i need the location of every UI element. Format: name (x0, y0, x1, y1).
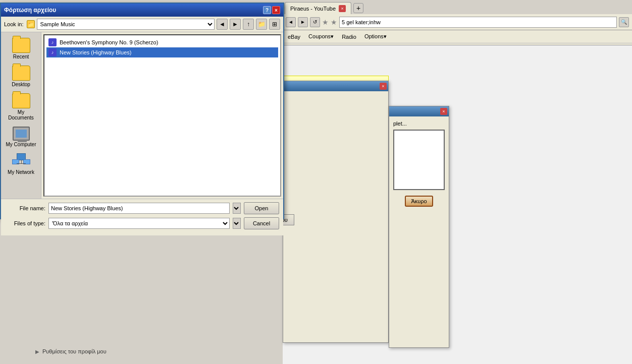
dialog-footer: File name: Open Files of type: 'Όλα τα α… (1, 199, 283, 235)
address-input[interactable] (339, 17, 617, 28)
refresh-button[interactable]: ↺ (310, 17, 320, 27)
open-button[interactable]: Open (244, 202, 279, 214)
filename-label: File name: (5, 205, 45, 211)
view-button[interactable]: ⊞ (269, 19, 280, 30)
sidebar-documents-label: My Documents (5, 109, 37, 120)
plet-textarea[interactable] (393, 130, 445, 190)
third-dialog: × plet... Άκυρο (389, 106, 449, 348)
bookmark-options[interactable]: Options▾ (362, 33, 389, 40)
sidebar-computer-label: My Computer (6, 142, 36, 147)
network-icon (12, 153, 30, 168)
nav-up-button[interactable]: ↑ (243, 19, 254, 30)
plet-label: plet... (393, 120, 445, 127)
browser-tabs: Piraeus - YouTube × + (283, 0, 632, 14)
file-open-dialog: Φόρτωση αρχείου ? × Look in: 📁 Sample Mu… (0, 3, 284, 219)
sidebar-recent-label: Recent (13, 54, 29, 59)
music-icon-new-stories: ♪ (48, 48, 57, 56)
favorite-icon: ★ (322, 18, 329, 26)
dialog-title: Φόρτωση αρχείου (4, 7, 56, 14)
desktop-folder-icon (12, 66, 30, 81)
sidebar-item-documents[interactable]: My Documents (4, 92, 39, 122)
filetype-dropdown[interactable] (233, 218, 241, 229)
tab-close-button[interactable]: × (339, 5, 346, 12)
sidebar-item-recent[interactable]: Recent (4, 36, 39, 61)
third-dialog-titlebar: × (389, 106, 449, 116)
browser-tab-active[interactable]: Piraeus - YouTube × (285, 2, 351, 14)
lookin-folder-icon: 📁 (27, 20, 35, 28)
favorite2-icon: ★ (331, 18, 337, 26)
new-folder-button[interactable]: 📁 (256, 19, 267, 30)
bookmark-radio[interactable]: Radio (340, 33, 358, 40)
filetype-row: Files of type: 'Όλα τα αρχεία Cancel (5, 217, 279, 229)
browser-addressbar: ◄ ► ↺ ★ ★ 🔍 (283, 14, 632, 30)
sidebar-network-label: My Network (8, 169, 34, 175)
computer-icon (13, 127, 30, 141)
secondary-dialog-content (283, 91, 388, 99)
dialog-toolbar: Look in: 📁 Sample Music ◄ ► ↑ 📁 ⊞ (1, 17, 283, 32)
bookmark-coupons[interactable]: Coupons▾ (306, 33, 336, 40)
file-list[interactable]: ♪ Beethoven's Symphony No. 9 (Scherzo) ♪… (43, 34, 281, 197)
file-name-beethoven: Beethoven's Symphony No. 9 (Scherzo) (60, 39, 158, 45)
music-icon-beethoven: ♪ (48, 38, 57, 46)
third-cancel-button[interactable]: Άκυρο (405, 196, 433, 207)
file-dialog-titlebar: Φόρτωση αρχείου ? × (1, 4, 283, 17)
third-dialog-content: plet... Άκυρο (389, 116, 449, 211)
documents-folder-icon (12, 93, 30, 108)
new-tab-button[interactable]: + (353, 3, 363, 13)
tab-label: Piraeus - YouTube (290, 6, 336, 12)
third-dialog-close-button[interactable]: × (440, 108, 447, 115)
filename-row: File name: Open (5, 202, 279, 214)
profile-label: Ρυθμίσεις του προφίλ μου (42, 348, 107, 354)
sidebar-item-desktop[interactable]: Desktop (4, 64, 39, 89)
profile-arrow-icon: ▶ (35, 349, 39, 354)
dialog-close-button[interactable]: × (272, 6, 280, 14)
profile-section: ▶ Ρυθμίσεις του προφίλ μου (35, 344, 146, 359)
secondary-dialog: × (283, 81, 389, 343)
nav-forward-button[interactable]: ► (230, 19, 241, 30)
browser-bookmarks: eBay Coupons▾ Radio Options▾ (283, 30, 632, 43)
forward-button[interactable]: ► (298, 17, 308, 27)
sidebar-desktop-label: Desktop (12, 82, 30, 87)
dialog-help-button[interactable]: ? (263, 6, 271, 14)
cancel-button[interactable]: Cancel (244, 217, 279, 229)
filetype-select[interactable]: 'Όλα τα αρχεία (48, 218, 230, 229)
filename-input[interactable] (48, 203, 230, 214)
titlebar-controls: ? × (263, 6, 280, 14)
lookin-label: Look in: (4, 21, 24, 27)
file-item-new-stories[interactable]: ♪ New Stories (Highway Blues) (46, 47, 278, 57)
search-button[interactable]: 🔍 (619, 17, 629, 27)
secondary-dialog-titlebar: × (283, 81, 388, 91)
dialog-sidebar: Recent Desktop My Documents My Computer (1, 32, 41, 199)
filetype-label: Files of type: (5, 220, 45, 226)
browser-toolbar: Piraeus - YouTube × + ◄ ► ↺ ★ ★ 🔍 eBay C… (283, 0, 632, 45)
filename-dropdown[interactable] (233, 203, 241, 214)
bookmark-ebay[interactable]: eBay (286, 33, 302, 40)
nav-back-button[interactable]: ◄ (217, 19, 228, 30)
recent-folder-icon (12, 38, 30, 53)
sidebar-item-computer[interactable]: My Computer (4, 125, 39, 149)
sidebar-item-network[interactable]: My Network (4, 152, 39, 176)
file-name-new-stories: New Stories (Highway Blues) (60, 49, 131, 55)
lookin-select[interactable]: Sample Music (37, 19, 215, 30)
back-button[interactable]: ◄ (286, 17, 296, 27)
file-item-beethoven[interactable]: ♪ Beethoven's Symphony No. 9 (Scherzo) (46, 37, 278, 47)
dialog-body: Recent Desktop My Documents My Computer (1, 32, 283, 199)
secondary-dialog-close-button[interactable]: × (380, 83, 387, 90)
